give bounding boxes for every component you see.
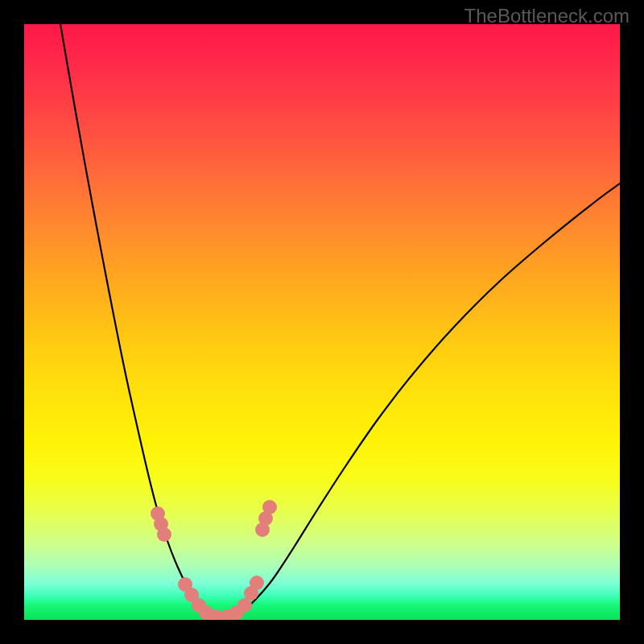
marker-right-dots-lower bbox=[250, 576, 264, 590]
series-left-curve bbox=[60, 24, 221, 617]
series-right-curve bbox=[221, 184, 620, 617]
plot-area bbox=[24, 24, 620, 620]
watermark-text: TheBottleneck.com bbox=[464, 5, 630, 27]
chart-svg bbox=[24, 24, 620, 620]
marker-left-dots-upper bbox=[157, 527, 171, 542]
marker-right-dots-upper bbox=[262, 500, 277, 514]
curve-layer bbox=[60, 24, 620, 617]
dots-layer bbox=[151, 500, 277, 620]
